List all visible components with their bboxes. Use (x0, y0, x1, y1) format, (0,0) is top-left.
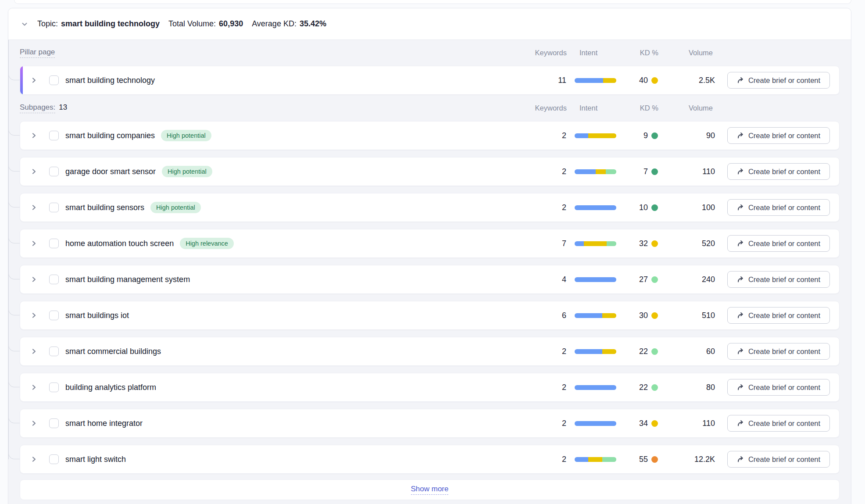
tree-connector-elbow (8, 265, 20, 279)
intent-bar (575, 385, 616, 390)
intent-bar (575, 205, 616, 210)
chevron-right-icon[interactable] (30, 239, 38, 247)
column-headers: Keywords Intent KD % Volume (527, 104, 840, 112)
pillar-page-label[interactable]: Pillar page (20, 48, 55, 58)
intent-bar (575, 277, 616, 282)
row-checkbox[interactable] (49, 75, 59, 85)
create-brief-button[interactable]: Create brief or content (727, 235, 830, 252)
total-volume-value: 60,930 (219, 19, 243, 29)
chevron-right-icon[interactable] (30, 132, 38, 139)
row-checkbox[interactable] (49, 382, 59, 392)
row-title[interactable]: smart building management system (65, 275, 190, 284)
tree-connector-elbow (8, 121, 20, 136)
table-row: smart home integrator 2 34 110 Create br… (20, 409, 840, 438)
row-checkbox[interactable] (49, 275, 59, 284)
row-title[interactable]: smart home integrator (65, 419, 143, 428)
table-row: home automation touch screen High releva… (20, 229, 840, 258)
row-title[interactable]: smart light switch (65, 455, 126, 464)
chevron-right-icon[interactable] (30, 204, 38, 211)
row-checkbox[interactable] (49, 131, 59, 140)
kd-cell: 22 (616, 347, 658, 356)
volume-value: 100 (667, 203, 715, 212)
intent-segment-commercial (602, 313, 616, 318)
row-title[interactable]: smart buildings iot (65, 311, 129, 320)
chevron-right-icon[interactable] (30, 76, 38, 84)
column-headers: Keywords Intent KD % Volume (527, 49, 840, 57)
kd-value: 32 (639, 239, 648, 248)
volume-value: 110 (667, 167, 715, 176)
chevron-right-icon[interactable] (30, 168, 38, 175)
col-volume: Volume (667, 104, 715, 112)
row-title[interactable]: home automation touch screen (65, 239, 174, 248)
row-title[interactable]: smart building sensors (65, 203, 144, 212)
forward-arrow-icon (737, 456, 744, 463)
kd-dot (651, 276, 658, 283)
chevron-right-icon[interactable] (30, 311, 38, 319)
col-kd: KD % (617, 49, 658, 57)
row-checkbox[interactable] (49, 347, 59, 356)
table-row: smart light switch 2 55 12.2K Create bri… (20, 445, 840, 474)
create-brief-button[interactable]: Create brief or content (727, 415, 830, 432)
col-keywords: Keywords (527, 49, 567, 57)
create-brief-button[interactable]: Create brief or content (727, 451, 830, 468)
chevron-right-icon[interactable] (30, 383, 38, 391)
intent-segment-informational (575, 385, 616, 390)
row-title[interactable]: garage door smart sensor (65, 167, 156, 176)
row-checkbox[interactable] (49, 418, 59, 428)
table-row: smart commercial buildings 2 22 60 Creat… (20, 337, 840, 366)
row-title[interactable]: smart commercial buildings (65, 347, 161, 356)
row-badge: High potential (161, 130, 211, 141)
row-checkbox[interactable] (49, 203, 59, 212)
keywords-count: 2 (527, 167, 566, 176)
kd-value: 55 (639, 455, 648, 464)
row-checkbox[interactable] (49, 311, 59, 320)
row-checkbox[interactable] (49, 239, 59, 248)
row-checkbox[interactable] (49, 167, 59, 176)
create-brief-button[interactable]: Create brief or content (727, 271, 830, 288)
keywords-count: 7 (527, 239, 566, 248)
kd-cell: 40 (616, 76, 658, 85)
chevron-right-icon[interactable] (30, 419, 38, 427)
forward-arrow-icon (737, 132, 744, 139)
subpages-label[interactable]: Subpages: (20, 103, 55, 113)
create-brief-button[interactable]: Create brief or content (727, 72, 830, 89)
create-brief-button[interactable]: Create brief or content (727, 127, 830, 144)
previous-card-edge (14, 0, 851, 4)
intent-segment-commercial (603, 78, 616, 83)
row-title[interactable]: smart building technology (65, 76, 155, 85)
intent-bar (575, 349, 616, 354)
intent-segment-informational (575, 457, 588, 462)
row-title[interactable]: building analytics platform (65, 383, 156, 392)
keywords-count: 4 (527, 275, 566, 284)
row-checkbox[interactable] (49, 454, 59, 464)
chevron-right-icon[interactable] (30, 347, 38, 355)
chevron-down-icon[interactable] (21, 20, 29, 28)
volume-value: 110 (667, 419, 715, 428)
create-brief-button[interactable]: Create brief or content (727, 163, 830, 180)
kd-dot (651, 240, 658, 247)
create-brief-button[interactable]: Create brief or content (727, 307, 830, 324)
intent-segment-informational (575, 349, 602, 354)
create-brief-button[interactable]: Create brief or content (727, 199, 830, 216)
volume-value: 60 (667, 347, 715, 356)
intent-segment-informational (575, 313, 602, 318)
intent-segment-commercial (588, 133, 616, 138)
kd-value: 30 (639, 311, 648, 320)
kd-dot (651, 348, 658, 355)
average-kd: Average KD: 35.42% (252, 19, 326, 29)
topic-value: smart building technology (61, 19, 160, 29)
intent-segment-commercial (596, 169, 606, 174)
intent-bar (575, 457, 616, 462)
chevron-right-icon[interactable] (30, 275, 38, 283)
row-title[interactable]: smart building companies (65, 131, 155, 140)
col-keywords: Keywords (527, 104, 567, 112)
create-brief-button[interactable]: Create brief or content (727, 343, 830, 360)
subpages-count: 13 (59, 103, 67, 112)
chevron-right-icon[interactable] (30, 455, 38, 463)
pillar-header-row: Pillar page Keywords Intent KD % Volume (20, 40, 840, 66)
col-intent: Intent (575, 104, 617, 112)
volume-value: 240 (667, 275, 715, 284)
show-more-link[interactable]: Show more (411, 485, 449, 495)
volume-value: 80 (667, 383, 715, 392)
create-brief-button[interactable]: Create brief or content (727, 379, 830, 396)
